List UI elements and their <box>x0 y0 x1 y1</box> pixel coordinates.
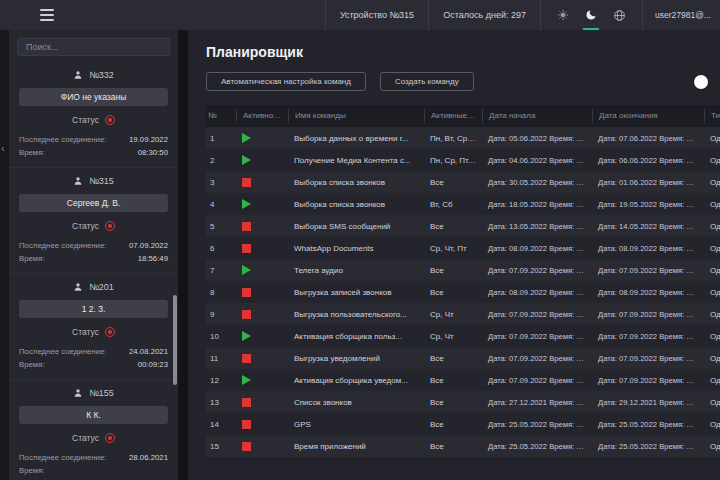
sidebar-scrollbar[interactable] <box>173 295 177 385</box>
table-row[interactable]: 10 Активация сборщика польз... Ср, Чт Да… <box>206 325 720 347</box>
device-card[interactable]: №201 1 2. 3. Статус Последнее соединение… <box>9 274 178 380</box>
table-row[interactable]: 15 Время приложений Все Дата: 25.05.2022… <box>206 435 720 457</box>
command-type: Од... <box>704 266 720 275</box>
active-days: Все <box>424 398 482 407</box>
device-sidebar: №332 ФИО не указаны Статус Последнее сое… <box>9 30 178 480</box>
end-datetime: Дата: 08.09.2022 Время: 23:59:33 <box>592 288 704 297</box>
person-icon <box>73 176 83 186</box>
table-view-toggle[interactable] <box>694 75 708 89</box>
command-type: Од... <box>704 376 720 385</box>
device-name-button[interactable]: К К. <box>19 406 168 424</box>
start-datetime: Дата: 08.09.2022 Время: 00:01:00 <box>482 244 592 253</box>
play-icon[interactable] <box>242 133 251 143</box>
command-name: GPS <box>288 420 424 429</box>
start-datetime: Дата: 07.09.2022 Время: 00:01:00 <box>482 376 592 385</box>
active-days: Вт, Сб <box>424 200 482 209</box>
command-name: Выборка списка звонков <box>288 200 424 209</box>
table-row[interactable]: 11 Выгрузка уведомлений Все Дата: 07.09.… <box>206 347 720 369</box>
stop-icon[interactable] <box>242 288 251 297</box>
play-icon[interactable] <box>242 155 251 165</box>
time-label: Время: <box>19 358 45 371</box>
device-name-button[interactable]: ФИО не указаны <box>19 88 168 106</box>
light-theme-button[interactable] <box>549 0 577 30</box>
device-card[interactable]: №155 К К. Статус Последнее соединение: 2… <box>9 380 178 480</box>
command-name: Телега аудио <box>288 266 424 275</box>
auto-setup-commands-button[interactable]: Автоматическая настройка команд <box>206 72 366 91</box>
play-icon[interactable] <box>242 331 251 341</box>
stop-icon[interactable] <box>242 178 251 187</box>
stop-icon[interactable] <box>242 310 251 319</box>
end-datetime: Дата: 25.05.2022 Время: 23:59:00 <box>592 442 704 451</box>
table-row[interactable]: 1 Выборка данных о времени г... Пн, Вт, … <box>206 127 720 149</box>
end-datetime: Дата: 07.09.2022 Время: 23:59:00 <box>592 266 704 275</box>
last-connection-label: Последнее соединение: <box>19 345 106 358</box>
device-card[interactable]: №315 Сергеев Д. В. Статус Последнее соед… <box>9 168 178 274</box>
row-number: 6 <box>206 244 236 253</box>
device-name-button[interactable]: 1 2. 3. <box>19 300 168 318</box>
language-button[interactable] <box>605 0 634 30</box>
search-input[interactable] <box>17 38 170 56</box>
table-row[interactable]: 5 Выборка SMS сообщений Все Дата: 13.05.… <box>206 215 720 237</box>
collapse-sidebar-chevron-icon[interactable]: ‹ <box>1 142 5 154</box>
start-datetime: Дата: 05.06.2022 Время: 00:01:38 <box>482 134 592 143</box>
row-number: 13 <box>206 398 236 407</box>
column-header[interactable]: Имя команды <box>288 109 424 123</box>
play-icon[interactable] <box>242 375 251 385</box>
column-header[interactable]: № <box>206 109 236 123</box>
device-name-button[interactable]: Сергеев Д. В. <box>19 194 168 212</box>
time-label: Время: <box>19 252 45 265</box>
column-header[interactable]: Ти... <box>704 109 720 123</box>
table-row[interactable]: 4 Выборка списка звонков Вт, Сб Дата: 18… <box>206 193 720 215</box>
column-header[interactable]: Дата начала <box>482 109 592 123</box>
table-row[interactable]: 12 Активация сборщика уведом... Все Дата… <box>206 369 720 391</box>
stop-icon[interactable] <box>242 354 251 363</box>
command-type: Од... <box>704 200 720 209</box>
stop-icon[interactable] <box>242 420 251 429</box>
command-type: Од... <box>704 398 720 407</box>
table-row[interactable]: 3 Выборка списка звонков Все Дата: 30.05… <box>206 171 720 193</box>
start-datetime: Дата: 07.09.2022 Время: 00:01:33 <box>482 310 592 319</box>
end-datetime: Дата: 08.09.2022 Время: 23:59:00 <box>592 244 704 253</box>
start-datetime: Дата: 07.09.2022 Время: 00:01:00 <box>482 332 592 341</box>
status-record-icon <box>105 115 115 125</box>
table-row[interactable]: 13 Список звонков Все Дата: 27.12.2021 В… <box>206 391 720 413</box>
column-header[interactable]: Дата окончания <box>592 109 704 123</box>
table-row[interactable]: 8 Выгрузка записей звонков Все Дата: 08.… <box>206 281 720 303</box>
play-icon[interactable] <box>242 199 251 209</box>
device-number: №155 <box>89 388 114 398</box>
start-datetime: Дата: 25.05.2022 Время: 00:01:00 <box>482 442 592 451</box>
person-icon <box>73 388 83 398</box>
command-name: Выгрузка пользовательского... <box>288 310 424 319</box>
create-command-button[interactable]: Создать команду <box>380 72 474 91</box>
column-header[interactable]: Активность <box>236 109 288 123</box>
row-number: 12 <box>206 376 236 385</box>
table-row[interactable]: 2 Получение Медиа Контента с... Пн, Ср, … <box>206 149 720 171</box>
command-type: Од... <box>704 178 720 187</box>
device-card[interactable]: №332 ФИО не указаны Статус Последнее сое… <box>9 62 178 168</box>
stop-icon[interactable] <box>242 442 251 451</box>
start-datetime: Дата: 30.05.2022 Время: 00:01:22 <box>482 178 592 187</box>
scheduler-panel: Планировщик Автоматическая настройка ком… <box>188 30 720 480</box>
stop-icon[interactable] <box>242 398 251 407</box>
stop-icon[interactable] <box>242 244 251 253</box>
active-days: Все <box>424 288 482 297</box>
table-row[interactable]: 14 GPS Все Дата: 25.05.2022 Время: 00:01… <box>206 413 720 435</box>
dark-theme-button[interactable] <box>577 0 605 30</box>
table-row[interactable]: 7 Телега аудио Все Дата: 07.09.2022 Врем… <box>206 259 720 281</box>
column-header[interactable]: Активные дн... <box>424 109 482 123</box>
hamburger-menu-icon[interactable] <box>40 9 54 21</box>
table-row[interactable]: 6 WhatsApp Documents Ср, Чт, Пт Дата: 08… <box>206 237 720 259</box>
play-icon[interactable] <box>242 265 251 275</box>
command-name: Список звонков <box>288 398 424 407</box>
row-number: 10 <box>206 332 236 341</box>
person-icon <box>73 282 83 292</box>
status-label: Статус <box>72 221 99 231</box>
status-label: Статус <box>72 433 99 443</box>
user-email[interactable]: user27981@... <box>642 0 720 30</box>
start-datetime: Дата: 04.06.2022 Время: 00:01:25 <box>482 156 592 165</box>
time-label: Время: <box>19 464 45 477</box>
commands-table: №АктивностьИмя командыАктивные дн...Дата… <box>206 105 720 457</box>
row-number: 3 <box>206 178 236 187</box>
stop-icon[interactable] <box>242 222 251 231</box>
table-row[interactable]: 9 Выгрузка пользовательского... Ср, Чт Д… <box>206 303 720 325</box>
